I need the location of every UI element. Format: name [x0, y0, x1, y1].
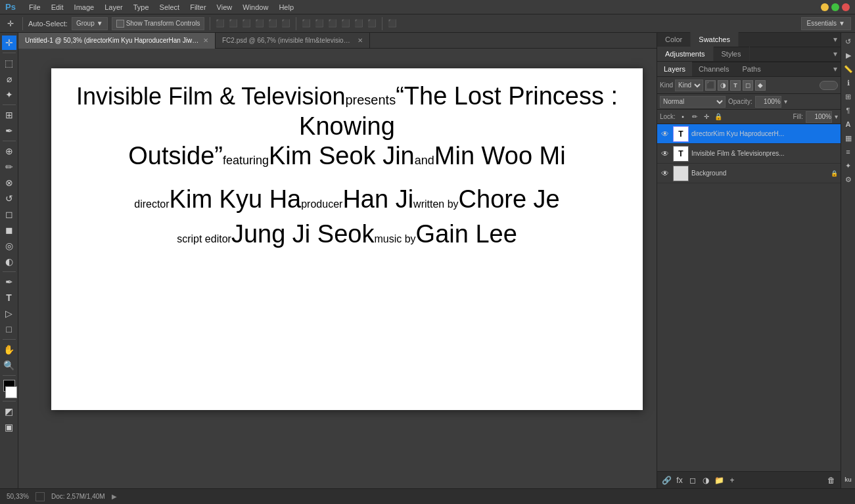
paragraph-icon[interactable]: ¶ — [843, 104, 854, 116]
filter-adjust-icon[interactable]: ◑ — [718, 80, 728, 91]
opacity-input[interactable] — [755, 96, 781, 108]
layer-eye-2[interactable]: 👁 — [660, 168, 670, 179]
shape-tool[interactable]: □ — [2, 322, 16, 336]
blend-mode-select[interactable]: Normal — [660, 96, 726, 108]
distribute-icon-2[interactable]: ⬛ — [315, 19, 324, 28]
marquee-tool[interactable]: ⬚ — [2, 56, 16, 70]
align-icon-6[interactable]: ⬛ — [281, 19, 290, 28]
menu-filter[interactable]: Filter — [190, 3, 206, 11]
quick-mask-btn[interactable]: ◩ — [2, 404, 16, 419]
close-btn[interactable] — [842, 3, 850, 11]
crop-tool[interactable]: ⊞ — [2, 108, 16, 122]
filter-kind-select[interactable]: Kind — [675, 80, 703, 91]
distribute-icon-5[interactable]: ⬛ — [354, 19, 363, 28]
group-dropdown[interactable]: Group ▼ — [72, 17, 108, 30]
lock-transparent-icon[interactable]: ▪ — [678, 112, 687, 122]
zoom-tool[interactable]: 🔍 — [2, 358, 16, 373]
info-icon[interactable]: ℹ — [843, 77, 854, 89]
layer-eye-0[interactable]: 👁 — [660, 129, 670, 139]
new-group-btn[interactable]: 📁 — [714, 475, 724, 486]
background-color[interactable] — [5, 386, 17, 398]
kuler-icon[interactable]: ku — [843, 474, 854, 486]
align-icon-4[interactable]: ⬛ — [255, 19, 264, 28]
essentials-button[interactable]: Essentials ▼ — [801, 17, 851, 30]
tab-close-2[interactable]: ✕ — [358, 37, 363, 44]
lasso-tool[interactable]: ⌀ — [2, 72, 16, 86]
eraser-tool[interactable]: ◻ — [2, 207, 16, 221]
distribute-icon-3[interactable]: ⬛ — [328, 19, 337, 28]
align-icon-5[interactable]: ⬛ — [268, 19, 277, 28]
align-icon-2[interactable]: ⬛ — [229, 19, 238, 28]
fill-arrow[interactable]: ▾ — [835, 113, 838, 120]
tab-close-1[interactable]: ✕ — [203, 37, 208, 44]
tab-color[interactable]: Color — [657, 32, 691, 47]
adjustments-options-arrow[interactable]: ▾ — [830, 47, 841, 61]
eyedropper-tool[interactable]: ✒ — [2, 124, 16, 138]
layer-item-1[interactable]: 👁 T Invisible Film & Televisionpres... — [657, 144, 841, 164]
brush-tool[interactable]: ✏ — [2, 160, 16, 174]
menu-layer[interactable]: Layer — [104, 3, 123, 11]
panel-options-arrow[interactable]: ▾ — [830, 32, 841, 47]
tool-presets-icon[interactable]: ⚙ — [843, 173, 854, 185]
brush-preset-icon[interactable]: ✦ — [843, 160, 854, 172]
filter-shape-icon[interactable]: ◻ — [743, 80, 753, 91]
add-adjustment-btn[interactable]: ◑ — [701, 475, 711, 486]
screen-mode-btn[interactable]: ▣ — [2, 420, 16, 434]
lock-brush-icon[interactable]: ✏ — [690, 112, 699, 122]
delete-layer-btn[interactable]: 🗑 — [826, 475, 837, 486]
lock-all-icon[interactable]: 🔒 — [714, 112, 723, 122]
tab-paths[interactable]: Paths — [736, 62, 768, 76]
add-mask-btn[interactable]: ◻ — [687, 475, 698, 486]
tab-channels[interactable]: Channels — [692, 62, 735, 76]
distribute-icon-6[interactable]: ⬛ — [367, 19, 377, 28]
healing-tool[interactable]: ⊕ — [2, 144, 16, 158]
opacity-arrow[interactable]: ▾ — [784, 98, 787, 105]
menu-file[interactable]: File — [29, 3, 41, 11]
tab-fc2[interactable]: FC2.psd @ 66,7% (invisible film&televisi… — [216, 33, 370, 49]
maximize-btn[interactable] — [831, 3, 839, 11]
play-action-icon[interactable]: ▶ — [843, 49, 854, 61]
fill-input[interactable] — [806, 111, 832, 123]
tab-untitled[interactable]: Untitled-1 @ 50,3% (directorKim Kyu Hapr… — [18, 33, 216, 49]
filter-type-icon[interactable]: T — [730, 80, 741, 91]
lock-position-icon[interactable]: ✛ — [702, 112, 711, 122]
arrange-icon[interactable]: ⬛ — [388, 19, 397, 28]
tab-styles[interactable]: Styles — [714, 47, 750, 61]
align-icon-1[interactable]: ⬛ — [216, 19, 225, 28]
layer-item-2[interactable]: 👁 Background 🔒 — [657, 164, 841, 183]
layer-style-btn[interactable]: fx — [674, 475, 685, 486]
tab-layers[interactable]: Layers — [657, 62, 692, 76]
layers-options-arrow[interactable]: ▾ — [830, 62, 841, 76]
distribute-icon-1[interactable]: ⬛ — [302, 19, 311, 28]
tab-adjustments[interactable]: Adjustments — [657, 47, 714, 61]
distribute-icon-4[interactable]: ⬛ — [341, 19, 350, 28]
path-select-tool[interactable]: ▷ — [2, 306, 16, 321]
histogram-icon[interactable]: ▦ — [843, 132, 854, 144]
rotate-view-icon[interactable]: ↺ — [843, 35, 854, 47]
gradient-tool[interactable]: ◼ — [2, 223, 16, 237]
align-icon-3[interactable]: ⬛ — [242, 19, 251, 28]
menu-select[interactable]: Select — [160, 3, 180, 11]
filter-smart-icon[interactable]: ◆ — [755, 80, 766, 91]
magic-wand-tool[interactable]: ✦ — [2, 87, 16, 102]
filter-pixel-icon[interactable]: ⬛ — [705, 80, 716, 91]
navigator-icon[interactable]: ⊞ — [843, 91, 854, 103]
menu-view[interactable]: View — [217, 3, 233, 11]
menu-help[interactable]: Help — [279, 3, 294, 11]
layer-item-0[interactable]: 👁 T directorKim Kyu HaproducerH... — [657, 124, 841, 144]
tools2-icon[interactable]: ≡ — [843, 146, 854, 158]
minimize-btn[interactable] — [821, 3, 829, 11]
menu-edit[interactable]: Edit — [51, 3, 64, 11]
pen-tool[interactable]: ✒ — [2, 275, 16, 289]
menu-window[interactable]: Window — [243, 3, 268, 11]
clone-tool[interactable]: ⊗ — [2, 175, 16, 190]
new-layer-btn[interactable]: + — [727, 475, 737, 486]
blur-tool[interactable]: ◎ — [2, 239, 16, 253]
move-tool[interactable]: ✛ — [2, 35, 16, 50]
status-arrow[interactable]: ▶ — [112, 493, 117, 500]
tab-swatches[interactable]: Swatches — [691, 32, 739, 47]
measurement-icon[interactable]: 📏 — [843, 63, 854, 75]
menu-image[interactable]: Image — [74, 3, 95, 11]
hand-tool[interactable]: ✋ — [2, 342, 16, 357]
character-icon[interactable]: A — [843, 118, 854, 130]
